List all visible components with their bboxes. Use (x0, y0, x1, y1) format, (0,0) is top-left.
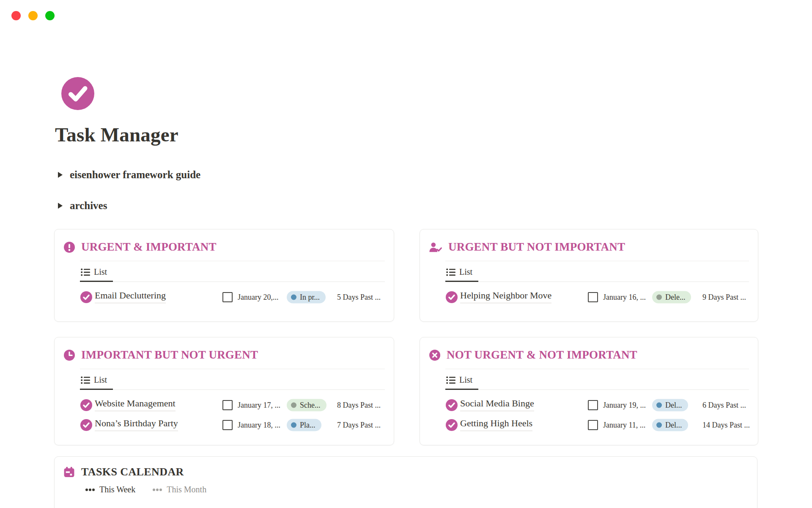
task-row: Website Management January 17, ... Sche.… (55, 395, 394, 415)
task-done-icon[interactable] (446, 419, 458, 431)
status-label: In pr... (300, 293, 320, 301)
quadrant-header: URGENT & IMPORTANT (55, 229, 394, 254)
task-checkbox[interactable] (222, 420, 233, 430)
task-date[interactable]: January 16, ... (603, 293, 646, 301)
tab-label: List (94, 267, 107, 277)
task-name-link[interactable]: Helping Neighbor Move (460, 290, 551, 303)
tab-this-week[interactable]: This Week (85, 485, 135, 494)
calendar-tab-label: This Month (167, 485, 206, 494)
task-checkbox[interactable] (588, 292, 598, 302)
task-overdue[interactable]: 5 Days Past ... (337, 293, 381, 301)
zoom-window-button[interactable] (45, 11, 55, 20)
task-overdue[interactable]: 7 Days Past ... (337, 420, 381, 429)
task-done-icon[interactable] (80, 399, 92, 411)
main-content: URGENT & IMPORTANT List Email Declutteri… (54, 229, 759, 508)
status-pill[interactable]: Sche... (287, 399, 326, 411)
tab-label: List (94, 375, 107, 385)
task-date[interactable]: January 18, ... (238, 420, 280, 429)
user-check-icon (429, 241, 442, 253)
task-done-icon[interactable] (80, 291, 92, 303)
task-done-icon[interactable] (446, 291, 458, 303)
task-overdue[interactable]: 14 Days Past ... (702, 420, 750, 429)
task-list: Website Management January 17, ... Sche.… (55, 395, 394, 435)
quadrant-header: IMPORTANT BUT NOT URGENT (55, 337, 394, 362)
task-row: Helping Neighbor Move January 16, ... De… (420, 287, 758, 307)
status-pill[interactable]: In pr... (287, 291, 326, 303)
task-name-link[interactable]: Website Management (95, 398, 176, 411)
status-label: Dele... (665, 293, 685, 301)
quadrant-title: URGENT BUT NOT IMPORTANT (448, 240, 625, 254)
task-checkbox[interactable] (222, 292, 233, 302)
list-view-icon (446, 268, 455, 276)
chevron-right-icon (58, 172, 63, 178)
tab-label: List (459, 267, 472, 277)
status-pill[interactable]: Del... (652, 419, 688, 431)
toggle-label: archives (70, 200, 107, 212)
toggle-sections: eisenhower framework guide archives (58, 167, 200, 229)
task-overdue[interactable]: 9 Days Past ... (702, 293, 746, 301)
tab-list-view[interactable]: List (80, 374, 113, 390)
task-checkbox[interactable] (588, 400, 598, 410)
view-dots-icon (85, 488, 95, 491)
calendar-header: TASKS CALENDAR (55, 457, 757, 478)
task-row: Social Media Binge January 19, ... Del..… (420, 395, 758, 415)
quadrant-title: IMPORTANT BUT NOT URGENT (81, 348, 258, 362)
status-pill[interactable]: Pla... (287, 419, 321, 431)
task-overdue[interactable]: 6 Days Past ... (702, 400, 746, 409)
task-date[interactable]: January 19, ... (603, 400, 646, 409)
status-label: Del... (665, 400, 682, 409)
status-pill[interactable]: Dele... (652, 291, 691, 303)
status-pill[interactable]: Del... (652, 399, 688, 411)
quadrant-card-urgent-not-important: URGENT BUT NOT IMPORTANT List Helping Ne… (420, 229, 758, 322)
view-tab-bar: List (80, 266, 385, 282)
task-checkbox[interactable] (588, 420, 598, 430)
toggle-label: eisenhower framework guide (70, 169, 200, 181)
task-overdue[interactable]: 8 Days Past ... (337, 400, 381, 409)
status-label: Pla... (300, 420, 315, 429)
task-list: Email Decluttering January 20,... In pr.… (55, 287, 394, 307)
toggle-eisenhower-framework-guide[interactable]: eisenhower framework guide (58, 167, 200, 182)
task-checkbox[interactable] (222, 400, 233, 410)
calendar-title: TASKS CALENDAR (81, 466, 184, 478)
task-name-link[interactable]: Social Media Binge (460, 398, 534, 411)
view-tab-bar: List (445, 266, 749, 282)
chevron-right-icon (58, 203, 63, 209)
tasks-calendar-card: TASKS CALENDAR This Week This Month (54, 456, 757, 508)
status-dot-icon (291, 422, 296, 428)
status-dot-icon (291, 402, 296, 408)
quadrant-card-important-not-urgent: IMPORTANT BUT NOT URGENT List Website Ma… (54, 337, 394, 445)
quadrant-card-urgent-important: URGENT & IMPORTANT List Email Declutteri… (54, 229, 394, 322)
task-done-icon[interactable] (446, 399, 458, 411)
divider (445, 261, 749, 261)
task-date[interactable]: January 11, ... (603, 420, 645, 429)
task-name-link[interactable]: Nona’s Birthday Party (95, 418, 178, 431)
status-label: Del... (665, 420, 682, 429)
tab-list-view[interactable]: List (445, 266, 478, 282)
divider (445, 369, 749, 369)
toggle-archives[interactable]: archives (58, 198, 200, 213)
page-title: Task Manager (55, 123, 178, 146)
task-done-icon[interactable] (80, 419, 92, 431)
task-list: Helping Neighbor Move January 16, ... De… (420, 287, 758, 307)
status-dot-icon (656, 294, 662, 300)
task-row: Nona’s Birthday Party January 18, ... Pl… (55, 415, 394, 435)
calendar-icon (63, 467, 75, 478)
view-tab-bar: List (445, 374, 749, 390)
status-label: Sche... (300, 400, 321, 409)
tab-this-month[interactable]: This Month (152, 485, 206, 494)
task-name-link[interactable]: Email Decluttering (95, 290, 166, 303)
page-check-circle-icon[interactable] (61, 77, 94, 110)
task-date[interactable]: January 20,... (238, 293, 278, 301)
status-dot-icon (656, 422, 662, 428)
status-dot-icon (656, 402, 662, 408)
tab-list-view[interactable]: List (80, 266, 113, 282)
list-view-icon (446, 376, 455, 384)
tab-list-view[interactable]: List (445, 374, 478, 390)
tab-label: List (459, 375, 472, 385)
minimize-window-button[interactable] (28, 11, 38, 20)
view-dots-icon (152, 488, 162, 491)
task-date[interactable]: January 17, ... (238, 400, 280, 409)
quadrant-header: NOT URGENT & NOT IMPORTANT (420, 337, 758, 362)
task-name-link[interactable]: Getting High Heels (460, 418, 532, 431)
close-window-button[interactable] (11, 11, 21, 20)
